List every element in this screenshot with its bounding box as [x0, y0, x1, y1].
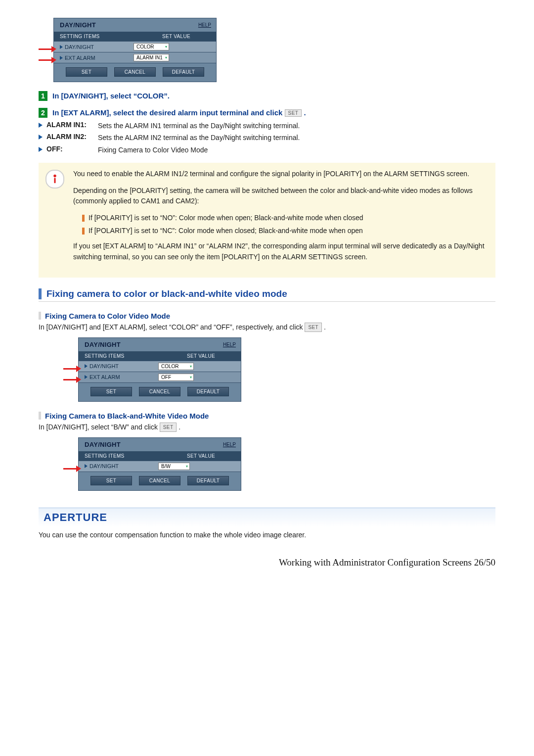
important-note: You need to enable the ALARM IN1/2 termi…	[39, 163, 495, 278]
set-button[interactable]: SET	[90, 476, 132, 485]
chevron-down-icon: ▾	[186, 464, 188, 469]
daynight-select[interactable]: COLOR▾	[134, 43, 169, 50]
panel-column-header: SETTING ITEMS SET VALUE	[79, 451, 241, 461]
svg-rect-1	[54, 178, 55, 183]
section-heading-aperture: APERTURE	[39, 508, 495, 527]
note-paragraph: Depending on the [POLARITY] setting, the…	[73, 186, 488, 207]
arrow-icon	[63, 379, 77, 380]
important-note-icon	[45, 170, 64, 189]
arrow-icon	[39, 48, 52, 50]
list-item: OFF: Fixing Camera to Color Video Mode	[39, 145, 495, 155]
note-bullet: If [POLARITY] is set to “NO”: Color mode…	[82, 213, 488, 224]
arrow-icon	[63, 368, 77, 370]
section-heading-fixing: Fixing camera to color or black-and-whit…	[39, 288, 495, 302]
settings-row-extalarm: EXT ALARM OFF▾	[79, 372, 241, 382]
cancel-button[interactable]: CANCEL	[114, 67, 156, 77]
chevron-down-icon: ▾	[190, 364, 192, 369]
settings-panel-3: DAY/NIGHT HELP SETTING ITEMS SET VALUE D…	[78, 437, 495, 491]
settings-row-extalarm: EXT ALARM ALARM IN1▾	[54, 52, 216, 63]
step-number-badge: 1	[39, 91, 47, 101]
pointer-icon	[60, 56, 63, 60]
pointer-icon	[60, 45, 63, 49]
set-button[interactable]: SET	[90, 387, 132, 396]
bullet-icon	[39, 147, 43, 152]
help-link[interactable]: HELP	[223, 442, 236, 447]
set-button-inline[interactable]: SET	[285, 109, 302, 117]
set-button-inline[interactable]: SET	[305, 323, 322, 332]
default-button[interactable]: DEFAULT	[187, 476, 229, 485]
settings-panel-2: DAY/NIGHT HELP SETTING ITEMS SET VALUE D…	[78, 337, 495, 402]
bullet-icon	[39, 123, 43, 128]
daynight-select[interactable]: COLOR▾	[158, 363, 194, 370]
bullet-bar-icon	[82, 228, 85, 235]
subheading-color-mode: Fixing Camera to Color Video Mode	[39, 312, 495, 320]
cancel-button[interactable]: CANCEL	[139, 387, 180, 396]
list-item: ALARM IN2: Sets the ALARM IN2 terminal a…	[39, 133, 495, 142]
note-paragraph: You need to enable the ALARM IN1/2 termi…	[73, 169, 488, 180]
alarm-definition-list: ALARM IN1: Sets the ALARM IN1 terminal a…	[39, 121, 495, 155]
set-button[interactable]: SET	[66, 67, 107, 77]
page-footer: Working with Administrator Configuration…	[39, 557, 495, 568]
default-button[interactable]: DEFAULT	[163, 67, 204, 77]
step-1: 1 In [DAY/NIGHT], select “COLOR”.	[39, 91, 495, 101]
panel-column-header: SETTING ITEMS SET VALUE	[54, 32, 216, 41]
note-paragraph: If you set [EXT ALARM] to “ALARM IN1” or…	[73, 241, 488, 262]
subheading-bw-mode: Fixing Camera to Black-and-White Video M…	[39, 412, 495, 420]
extalarm-select[interactable]: ALARM IN1▾	[134, 54, 169, 61]
step-text: In [EXT ALARM], select the desired alarm…	[52, 108, 306, 117]
help-link[interactable]: HELP	[223, 342, 236, 347]
help-link[interactable]: HELP	[198, 22, 211, 28]
settings-row-daynight: DAY/NIGHT COLOR▾	[79, 361, 241, 372]
arrow-icon	[63, 468, 77, 470]
extalarm-select[interactable]: OFF▾	[158, 374, 194, 381]
panel-title: DAY/NIGHT	[85, 341, 121, 348]
pointer-icon	[85, 464, 88, 468]
default-button[interactable]: DEFAULT	[187, 387, 229, 396]
svg-point-0	[53, 175, 56, 178]
list-item: ALARM IN1: Sets the ALARM IN1 terminal a…	[39, 121, 495, 131]
settings-panel-1: DAY/NIGHT HELP SETTING ITEMS SET VALUE D…	[53, 18, 495, 82]
pointer-icon	[85, 364, 88, 368]
chevron-down-icon: ▾	[190, 375, 192, 379]
chevron-down-icon: ▾	[165, 45, 167, 49]
arrow-icon	[39, 59, 52, 61]
bullet-icon	[39, 135, 43, 140]
settings-row-daynight: DAY/NIGHT COLOR▾	[54, 41, 216, 52]
heading-bar-icon	[39, 412, 41, 420]
note-bullet: If [POLARITY] is set to “NC”: Color mode…	[82, 226, 488, 236]
panel-column-header: SETTING ITEMS SET VALUE	[79, 351, 241, 361]
chevron-down-icon: ▾	[165, 55, 167, 60]
pointer-icon	[85, 375, 88, 379]
cancel-button[interactable]: CANCEL	[139, 476, 180, 485]
panel-title: DAY/NIGHT	[60, 21, 96, 29]
body-paragraph: You can use the contour compensation fun…	[39, 530, 495, 540]
heading-bar-icon	[39, 288, 42, 299]
step-text: In [DAY/NIGHT], select “COLOR”.	[52, 92, 170, 100]
bullet-bar-icon	[82, 215, 85, 222]
step-number-badge: 2	[39, 108, 47, 118]
body-paragraph: In [DAY/NIGHT], select “B/W” and click S…	[39, 422, 495, 432]
set-button-inline[interactable]: SET	[160, 423, 177, 432]
daynight-select[interactable]: B/W▾	[158, 463, 190, 470]
body-paragraph: In [DAY/NIGHT] and [EXT ALARM], select “…	[39, 322, 495, 332]
step-2: 2 In [EXT ALARM], select the desired ala…	[39, 108, 495, 118]
heading-bar-icon	[39, 312, 41, 320]
panel-title: DAY/NIGHT	[85, 441, 121, 448]
settings-row-daynight: DAY/NIGHT B/W▾	[79, 461, 241, 472]
